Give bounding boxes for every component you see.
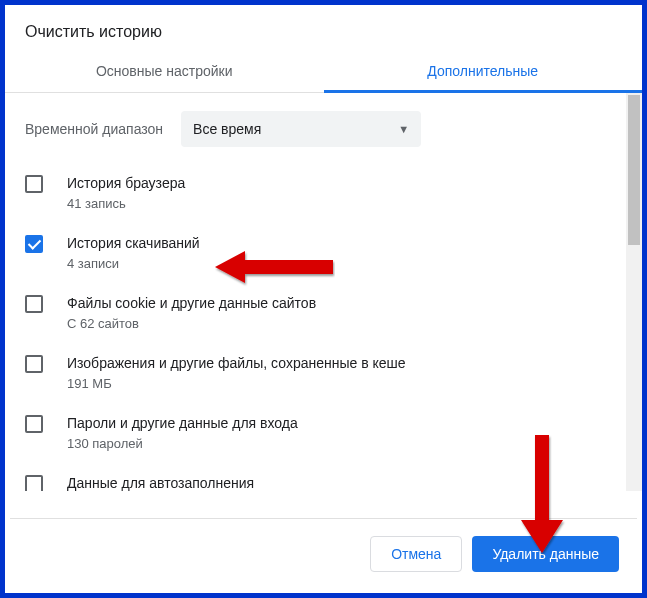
option-download-history: История скачиваний 4 записи [25, 223, 622, 283]
option-sub: С 62 сайтов [67, 315, 316, 333]
tab-advanced[interactable]: Дополнительные [324, 51, 643, 92]
time-range-row: Временной диапазон Все время ▼ [25, 93, 622, 163]
cancel-button[interactable]: Отмена [370, 536, 462, 572]
option-title: Файлы cookie и другие данные сайтов [67, 293, 316, 313]
option-cache: Изображения и другие файлы, сохраненные … [25, 343, 622, 403]
option-title: История скачиваний [67, 233, 200, 253]
checkbox-passwords[interactable] [25, 415, 43, 433]
tabs: Основные настройки Дополнительные [5, 51, 642, 93]
option-sub: 4 записи [67, 255, 200, 273]
option-browsing-history: История браузера 41 запись [25, 163, 622, 223]
option-autofill: Данные для автозаполнения [25, 463, 622, 491]
checkbox-browsing-history[interactable] [25, 175, 43, 193]
dialog-footer: Отмена Удалить данные [10, 518, 637, 588]
time-range-select[interactable]: Все время ▼ [181, 111, 421, 147]
dialog-title: Очистить историю [5, 5, 642, 51]
dialog-clear-browsing-data: Очистить историю Основные настройки Допо… [0, 0, 647, 598]
checkbox-cookies[interactable] [25, 295, 43, 313]
option-title: Данные для автозаполнения [67, 473, 254, 491]
checkbox-autofill[interactable] [25, 475, 43, 491]
time-range-value: Все время [193, 121, 261, 137]
option-title: Пароли и другие данные для входа [67, 413, 298, 433]
option-sub: 41 запись [67, 195, 185, 213]
option-title: История браузера [67, 173, 185, 193]
scroll-area: Временной диапазон Все время ▼ История б… [5, 93, 642, 491]
option-cookies: Файлы cookie и другие данные сайтов С 62… [25, 283, 622, 343]
option-sub: 130 паролей [67, 435, 298, 453]
chevron-down-icon: ▼ [398, 123, 409, 135]
checkbox-download-history[interactable] [25, 235, 43, 253]
checkbox-cache[interactable] [25, 355, 43, 373]
time-range-label: Временной диапазон [25, 121, 163, 137]
scroll-thumb[interactable] [628, 95, 640, 245]
option-passwords: Пароли и другие данные для входа 130 пар… [25, 403, 622, 463]
option-title: Изображения и другие файлы, сохраненные … [67, 353, 406, 373]
option-sub: 191 МБ [67, 375, 406, 393]
delete-data-button[interactable]: Удалить данные [472, 536, 619, 572]
scrollbar[interactable] [626, 93, 642, 491]
tab-basic[interactable]: Основные настройки [5, 51, 324, 92]
